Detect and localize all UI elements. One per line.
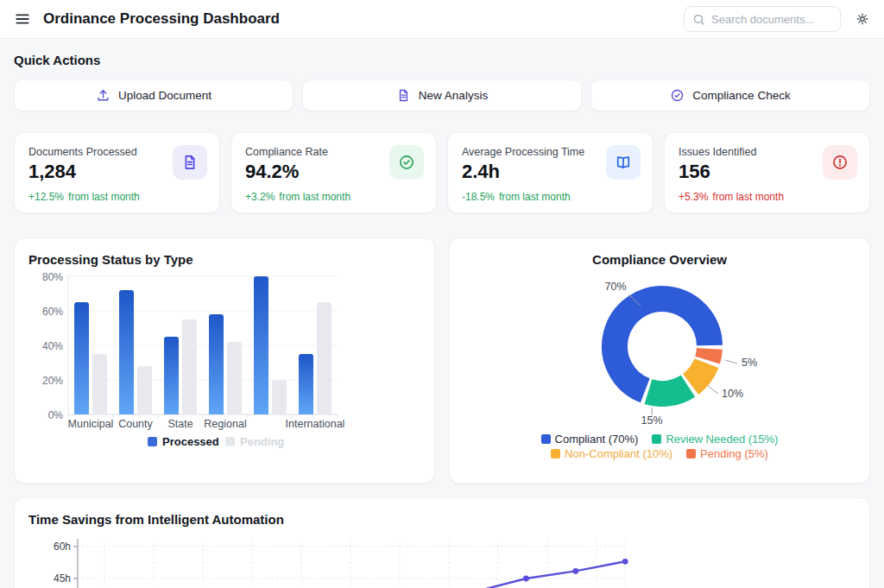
line-data-point — [523, 576, 529, 582]
bar-pending-State — [182, 319, 197, 414]
alert-circle-icon — [823, 145, 857, 180]
legend-label: Compliant (70%) — [555, 433, 639, 446]
top-bar: Ordinance Processing Dashboard — [0, 0, 884, 39]
donut-chart-legend: Compliant (70%)Review Needed (15%)Non-Co… — [464, 433, 856, 460]
file-text-icon — [173, 145, 207, 180]
bar-y-tick-label: 40% — [42, 340, 63, 352]
menu-icon[interactable] — [14, 10, 31, 28]
line-chart-card: Time Savings from Intelligent Automation… — [14, 497, 870, 588]
settings-gear-icon[interactable] — [855, 11, 870, 27]
bar-y-tick-label: 20% — [42, 375, 63, 387]
compliance-check-label: Compliance Check — [692, 89, 790, 102]
line-chart-title: Time Savings from Intelligent Automation — [28, 512, 856, 527]
dashboard-content: Quick Actions Upload Document New Analys… — [0, 39, 884, 588]
search-box[interactable] — [684, 6, 841, 32]
time-savings-line-chart: 60h45h — [28, 534, 857, 588]
donut-slice-review-needed — [648, 386, 688, 394]
stat-card-average-processing-time: Average Processing Time 2.4h -18.5%from … — [447, 132, 654, 213]
donut-slice-label: 10% — [722, 388, 743, 400]
bar-chart-card: Processing Status by Type 80%60%40%20%0%… — [14, 237, 435, 484]
bar-x-category-label: Regional — [204, 418, 246, 430]
line-y-tick-label: 45h — [54, 572, 71, 585]
bar-processed-International — [299, 354, 313, 414]
stat-card-documents-processed: Documents Processed 1,284 +12.5%from las… — [14, 132, 220, 213]
search-input[interactable] — [711, 13, 832, 26]
bar-x-category-label: County — [118, 418, 153, 430]
bar-processed-group4 — [254, 276, 268, 414]
bar-x-category-label: State — [167, 418, 193, 430]
legend-item-review-needed[interactable]: Review Needed (15%) — [652, 433, 778, 446]
bar-processed-Municipal — [74, 302, 89, 414]
legend-item-compliant[interactable]: Compliant (70%) — [541, 433, 639, 446]
check-circle-icon — [670, 88, 685, 103]
stat-trend: -18.5%from last month — [462, 191, 639, 203]
legend-label: Review Needed (15%) — [666, 433, 778, 446]
bar-x-category-label: International — [286, 418, 345, 430]
upload-document-label: Upload Document — [118, 89, 212, 102]
bar-pending-Regional — [227, 342, 242, 414]
line-data-point — [572, 568, 578, 574]
bar-pending-International — [317, 302, 332, 414]
legend-label: Pending (5%) — [700, 447, 768, 460]
new-analysis-button[interactable]: New Analysis — [302, 79, 582, 111]
bar-processed-County — [119, 290, 134, 414]
donut-slice-pending — [708, 349, 710, 360]
bar-processed-State — [164, 337, 179, 414]
stats-row: Documents Processed 1,284 +12.5%from las… — [14, 132, 870, 213]
legend-swatch — [551, 449, 560, 458]
page-title: Ordinance Processing Dashboard — [43, 10, 280, 28]
legend-swatch — [652, 434, 661, 444]
legend-swatch — [541, 434, 551, 444]
upload-document-button[interactable]: Upload Document — [14, 79, 294, 111]
legend-label-pending[interactable]: Pending — [240, 435, 284, 448]
legend-swatch-pending[interactable] — [225, 437, 235, 446]
bar-chart-title: Processing Status by Type — [28, 252, 420, 267]
book-open-icon — [606, 145, 641, 180]
legend-label-processed[interactable]: Processed — [162, 435, 219, 448]
bar-y-tick-label: 0% — [48, 409, 64, 421]
search-icon — [692, 13, 705, 26]
donut-chart-title: Compliance Overview — [464, 252, 856, 267]
bar-pending-County — [137, 366, 152, 414]
stat-trend: +12.5%from last month — [28, 191, 205, 203]
compliance-check-button[interactable]: Compliance Check — [590, 79, 870, 111]
bar-x-category-label: Municipal — [68, 418, 114, 430]
donut-slice-label: 5% — [742, 357, 757, 369]
donut-slice-label: 70% — [604, 281, 626, 293]
donut-slice-label: 15% — [641, 414, 662, 427]
stat-trend: +3.2%from last month — [245, 191, 422, 203]
bar-y-tick-label: 60% — [42, 306, 63, 318]
document-icon — [396, 88, 411, 103]
time-savings-line — [477, 561, 625, 588]
new-analysis-label: New Analysis — [419, 89, 488, 102]
legend-swatch — [686, 449, 696, 458]
charts-row: Processing Status by Type 80%60%40%20%0%… — [14, 237, 870, 484]
donut-slice-non-compliant — [691, 364, 706, 384]
legend-item-non-compliant[interactable]: Non-Compliant (10%) — [551, 447, 672, 460]
legend-swatch-processed[interactable] — [148, 437, 157, 446]
stat-card-compliance-rate: Compliance Rate 94.2% +3.2%from last mon… — [230, 132, 437, 213]
stat-card-issues-identified: Issues Identified 156 +5.3%from last mon… — [664, 132, 870, 213]
bar-pending-Municipal — [92, 354, 107, 414]
upload-icon — [96, 88, 110, 103]
line-y-tick-label: 60h — [54, 541, 71, 553]
legend-item-pending[interactable]: Pending (5%) — [686, 447, 768, 460]
quick-actions-row: Upload Document New Analysis Compliance … — [14, 79, 870, 111]
quick-actions-heading: Quick Actions — [14, 53, 870, 67]
bar-processed-Regional — [209, 314, 224, 414]
bar-y-tick-label: 80% — [42, 271, 63, 283]
stat-trend: +5.3%from last month — [679, 191, 856, 203]
compliance-overview-donut-chart: 70%5%10%15% — [464, 267, 857, 427]
processing-status-bar-chart: 80%60%40%20%0%MunicipalCountyStateRegion… — [28, 267, 422, 462]
legend-label: Non-Compliant (10%) — [565, 447, 672, 460]
check-circle-icon — [389, 145, 424, 180]
line-data-point — [622, 559, 628, 565]
bar-pending-group4 — [272, 380, 287, 414]
donut-chart-card: Compliance Overview 70%5%10%15% Complian… — [449, 237, 870, 484]
